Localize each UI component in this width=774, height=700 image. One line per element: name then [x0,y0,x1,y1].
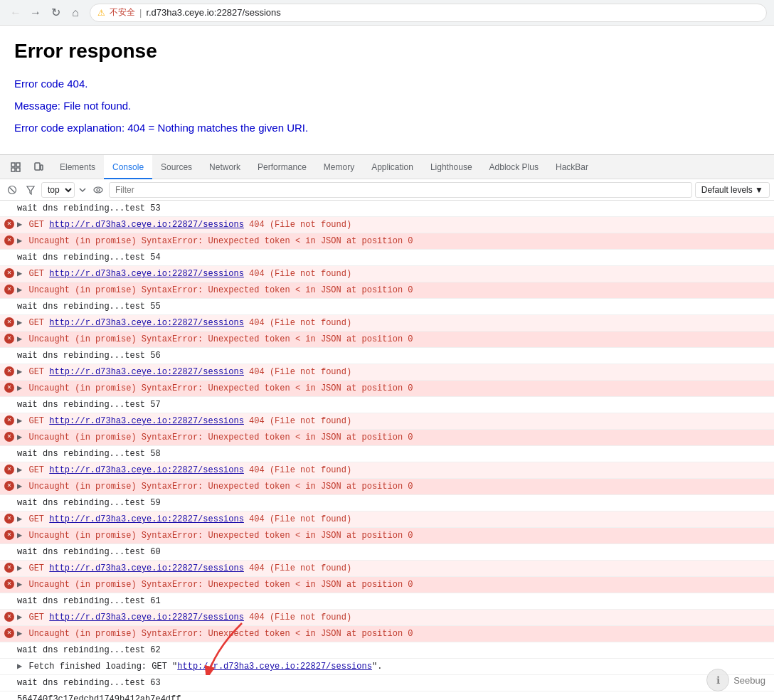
expand-icon[interactable]: ▶ [17,285,22,295]
expand-icon[interactable]: ▶ [17,383,22,393]
log-text: GET [28,612,49,622]
log-link[interactable]: http://r.d73ha3.ceye.io:22827/sessions [49,367,244,377]
devtools-panel: Elements Console Sources Network Perform… [0,154,774,700]
svg-marker-8 [27,186,34,194]
error-icon: ✕ [4,334,14,344]
tab-network[interactable]: Network [201,155,249,179]
log-link[interactable]: http://r.d73ha3.ceye.io:22827/sessions [49,318,244,328]
expand-icon[interactable]: ▶ [17,465,22,475]
expand-icon[interactable]: ▶ [17,580,22,590]
filter-input[interactable] [109,182,692,198]
log-link[interactable]: http://r.d73ha3.ceye.io:22827/sessions [49,220,244,230]
tab-sources[interactable]: Sources [152,155,201,179]
log-text: wait dns rebinding...test 58 [17,449,161,459]
log-text: Uncaught (in promise) SyntaxError: Unexp… [28,236,413,246]
expand-icon[interactable]: ▶ [17,220,22,230]
log-text: Uncaught (in promise) SyntaxError: Unexp… [28,383,413,393]
expand-icon[interactable]: ▶ [17,334,22,344]
log-entry: ✕ ▶ Uncaught (in promise) SyntaxError: U… [0,332,774,348]
inspect-element-button[interactable] [6,157,26,177]
log-link[interactable]: http://r.d73ha3.ceye.io:22827/sessions [49,612,244,622]
log-entry: 564740f3c17edcbd1749b412ab7e4dff [0,691,774,700]
context-selector[interactable]: top [41,182,75,198]
log-link[interactable]: http://r.d73ha3.ceye.io:22827/sessions [49,514,244,524]
eye-icon-button[interactable] [90,182,106,198]
log-link[interactable]: http://r.d73ha3.ceye.io:22827/sessions [49,269,244,279]
expand-icon[interactable]: ▶ [17,482,22,492]
log-link[interactable]: http://r.d73ha3.ceye.io:22827/sessions [177,662,372,672]
tab-elements[interactable]: Elements [51,155,104,179]
log-entry: wait dns rebinding...test 53 [0,201,774,217]
log-text: wait dns rebinding...test 55 [17,302,161,312]
expand-icon[interactable]: ▶ [17,416,22,426]
expand-icon[interactable]: ▶ [17,236,22,246]
console-toolbar: top Default levels ▼ [0,179,774,201]
log-entry: ▶ Fetch finished loading: GET "http://r.… [0,659,774,675]
log-link[interactable]: http://r.d73ha3.ceye.io:22827/sessions [49,563,244,573]
reload-button[interactable]: ↻ [47,4,64,21]
log-entry: wait dns rebinding...test 55 [0,299,774,315]
error-icon: ✕ [4,415,14,425]
log-text: GET [28,465,49,475]
toggle-filter-button[interactable] [23,182,38,198]
expand-icon[interactable]: ▶ [17,367,22,377]
svg-rect-2 [11,168,15,171]
log-text: GET [28,514,49,524]
log-text: 404 (File not found) [244,514,351,524]
tab-adblock[interactable]: Adblock Plus [481,155,547,179]
home-button[interactable]: ⌂ [67,4,84,21]
tab-memory[interactable]: Memory [315,155,363,179]
log-text: 404 (File not found) [244,465,351,475]
log-text: Uncaught (in promise) SyntaxError: Unexp… [28,531,413,541]
error-icon: ✕ [4,366,14,376]
svg-rect-5 [41,165,43,170]
tab-application[interactable]: Application [363,155,422,179]
log-text: Uncaught (in promise) SyntaxError: Unexp… [28,482,413,492]
log-link[interactable]: http://r.d73ha3.ceye.io:22827/sessions [49,416,244,426]
error-explanation: Error code explanation: 404 = Nothing ma… [14,118,760,137]
svg-point-9 [94,187,102,193]
device-toolbar-button[interactable] [28,157,48,177]
security-label: 不安全 [110,6,135,18]
clear-console-button[interactable] [4,182,20,198]
log-link[interactable]: http://r.d73ha3.ceye.io:22827/sessions [49,465,244,475]
expand-icon[interactable]: ▶ [17,514,22,524]
log-entry: ✕ ▶ Uncaught (in promise) SyntaxError: U… [0,381,774,397]
back-button[interactable]: ← [7,4,24,21]
expand-icon[interactable]: ▶ [17,662,22,672]
log-text: Fetch finished loading: GET " [28,662,177,672]
tab-hackbar[interactable]: HackBar [547,155,597,179]
log-text: GET [28,269,49,279]
expand-icon[interactable]: ▶ [17,531,22,541]
expand-icon[interactable]: ▶ [17,629,22,639]
error-code: Error code 404. [14,74,760,93]
expand-icon[interactable]: ▶ [17,269,22,279]
error-icon: ✕ [4,579,14,589]
error-icon: ✕ [4,514,14,524]
tab-lighthouse[interactable]: Lighthouse [422,155,481,179]
forward-button[interactable]: → [27,4,44,21]
error-title: Error response [14,40,760,63]
expand-icon[interactable]: ▶ [17,612,22,622]
tab-console[interactable]: Console [104,155,152,179]
page-content: Error response Error code 404. Message: … [0,26,774,154]
error-body: Error code 404. Message: File not found.… [14,74,760,137]
svg-point-10 [97,189,100,191]
tab-performance[interactable]: Performance [249,155,315,179]
log-entry: ✕ ▶ Uncaught (in promise) SyntaxError: U… [0,479,774,495]
console-log: wait dns rebinding...test 53 ✕ ▶ GET htt… [0,201,774,700]
expand-icon[interactable]: ▶ [17,563,22,573]
expand-icon[interactable]: ▶ [17,318,22,328]
log-text: 404 (File not found) [244,220,351,230]
log-text: 404 (File not found) [244,367,351,377]
log-entry: wait dns rebinding...test 61 [0,593,774,610]
log-text: 404 (File not found) [244,318,351,328]
log-text: wait dns rebinding...test 63 [17,678,161,688]
log-text: Uncaught (in promise) SyntaxError: Unexp… [28,433,413,442]
expand-icon[interactable]: ▶ [17,433,22,442]
address-bar[interactable]: ⚠ 不安全 | r.d73ha3.ceye.io:22827/sessions [90,4,767,22]
log-entry: ✕ ▶ GET http://r.d73ha3.ceye.io:22827/se… [0,413,774,430]
log-entry: wait dns rebinding...test 56 [0,348,774,364]
default-levels-button[interactable]: Default levels ▼ [695,182,770,198]
error-icon: ✕ [4,465,14,474]
